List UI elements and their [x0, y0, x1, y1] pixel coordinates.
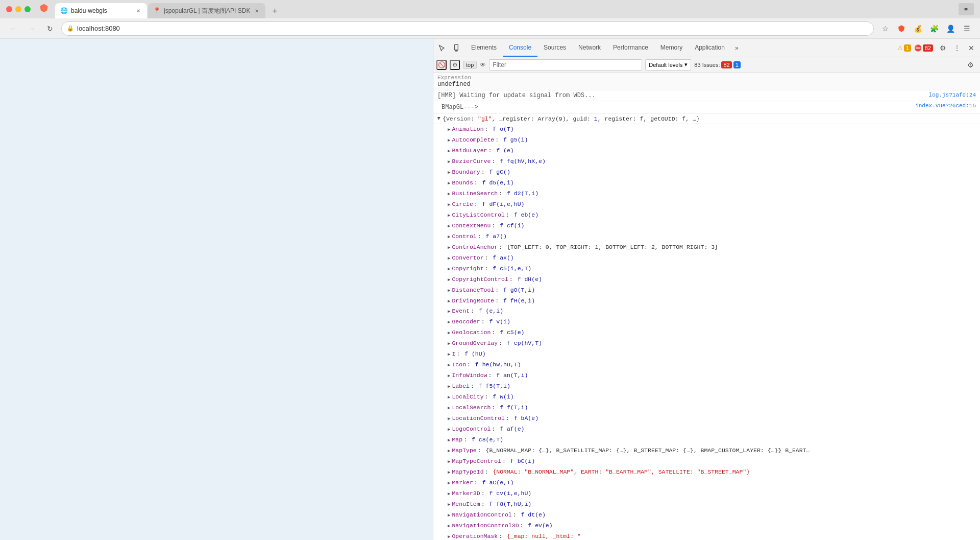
bookmark-button[interactable]: ☆ — [878, 21, 892, 36]
devtools-settings-button[interactable]: ⚙ — [936, 41, 949, 55]
prop-arrow-citylistcontrol[interactable]: ▶ — [448, 212, 450, 220]
tab-jspopulargl[interactable]: 📍 jspopularGL | 百度地图API SDK ✕ — [148, 3, 265, 18]
account-button[interactable]: 👤 — [943, 21, 958, 36]
tab-baidu-webgis[interactable]: 🌐 baidu-webgis ✕ — [55, 3, 147, 18]
prop-arrow-drivingroute[interactable]: ▶ — [448, 298, 450, 306]
bmapgl-source[interactable]: index.vue?26ced:15 — [915, 103, 976, 109]
nav-bar: ← → ↻ 🔒 localhost:8080 ☆ 💰 🧩 👤 ☰ — [0, 18, 980, 39]
maximize-button[interactable] — [24, 6, 31, 12]
prop-arrow-localcity[interactable]: ▶ — [448, 394, 450, 402]
prop-arrow-beziercurve[interactable]: ▶ — [448, 158, 450, 166]
devtools-more-button[interactable]: ⋮ — [950, 41, 964, 55]
prop-arrow-locationcontrol[interactable]: ▶ — [448, 415, 450, 423]
prop-value-i: f (hU) — [461, 349, 485, 359]
prop-arrow-localsearch[interactable]: ▶ — [448, 405, 450, 412]
extensions-nav-button[interactable]: 🧩 — [927, 21, 941, 36]
prop-arrow-label[interactable]: ▶ — [448, 383, 450, 391]
tab-memory[interactable]: Memory — [654, 39, 689, 57]
prop-arrow-boundary[interactable]: ▶ — [448, 169, 450, 177]
prop-arrow-buslinesearch[interactable]: ▶ — [448, 191, 450, 198]
prop-arrow-infowindow[interactable]: ▶ — [448, 372, 450, 380]
prop-arrow-baidulayer[interactable]: ▶ — [448, 148, 450, 155]
prop-arrow-distancetool[interactable]: ▶ — [448, 287, 450, 295]
prop-line-map: ▶ Map : f c8(e,T) — [433, 435, 980, 445]
tab-elements[interactable]: Elements — [465, 39, 503, 57]
tab-sources[interactable]: Sources — [537, 39, 572, 57]
select-element-button[interactable] — [435, 41, 449, 55]
prop-arrow-autocomplete[interactable]: ▶ — [448, 137, 450, 145]
tab2-close-button[interactable]: ✕ — [253, 7, 260, 14]
prop-name-localsearch: LocalSearch — [452, 403, 491, 413]
back-button[interactable]: ← — [6, 21, 20, 36]
prop-arrow-groundoverlay[interactable]: ▶ — [448, 340, 450, 348]
device-toolbar-button[interactable] — [450, 41, 463, 55]
prop-arrow-geocoder[interactable]: ▶ — [448, 319, 450, 326]
brave-rewards-button[interactable] — [894, 21, 909, 36]
prop-arrow-operationmask[interactable]: ▶ — [448, 533, 450, 540]
prop-line-distancetool: ▶ DistanceTool : f gO(T,i) — [433, 285, 980, 296]
wallet-button[interactable]: 💰 — [911, 21, 925, 36]
clear-console-button[interactable]: 🚫 — [436, 60, 447, 70]
prop-name-circle: Circle — [452, 200, 473, 209]
prop-arrow-maptype[interactable]: ▶ — [448, 448, 450, 455]
prop-arrow-bounds[interactable]: ▶ — [448, 180, 450, 187]
prop-arrow-geolocation[interactable]: ▶ — [448, 330, 450, 337]
prop-arrow-circle[interactable]: ▶ — [448, 201, 450, 209]
close-button[interactable] — [6, 6, 12, 12]
prop-line-marker: ▶ Marker : f aC(e,T) — [433, 478, 980, 488]
menu-button[interactable]: ☰ — [960, 21, 974, 36]
prop-arrow-logocontrol[interactable]: ▶ — [448, 426, 450, 434]
tab2-title: jspopularGL | 百度地图API SDK — [164, 7, 250, 15]
prop-arrow-navigationcontrol3d[interactable]: ▶ — [448, 523, 450, 530]
prop-arrow-contextmenu[interactable]: ▶ — [448, 223, 450, 230]
prop-arrow-maptypeid[interactable]: ▶ — [448, 469, 450, 477]
prop-arrow-marker[interactable]: ▶ — [448, 480, 450, 487]
tab1-close-button[interactable]: ✕ — [135, 7, 142, 14]
prop-value-infowindow: f an(T,i) — [493, 371, 528, 381]
prop-arrow-copyrightcontrol[interactable]: ▶ — [448, 276, 450, 284]
prop-arrow-controlanchor[interactable]: ▶ — [448, 244, 450, 252]
object-root-row: ▶ {Version: "gl", _register: Array(9), g… — [433, 114, 980, 124]
prop-arrow-control[interactable]: ▶ — [448, 233, 450, 241]
default-levels-button[interactable]: Default levels ▾ — [645, 59, 691, 71]
prop-arrow-menuitem[interactable]: ▶ — [448, 501, 450, 509]
expand-root-button[interactable]: ▶ — [436, 117, 442, 120]
console-settings-button[interactable]: ⚙ — [450, 60, 460, 70]
tab-application[interactable]: Application — [689, 39, 731, 57]
prop-arrow-event[interactable]: ▶ — [448, 308, 450, 316]
reload-button[interactable]: ↻ — [43, 21, 57, 36]
prop-arrow-animation[interactable]: ▶ — [448, 126, 450, 134]
tab-performance[interactable]: Performance — [607, 39, 654, 57]
prop-name-control: Control — [452, 232, 476, 242]
prop-line-event: ▶ Event : f (e,i) — [433, 306, 980, 317]
prop-value-drivingroute: f fH(e,i) — [500, 296, 535, 306]
prop-value-event: f (e,i) — [475, 307, 503, 316]
context-selector[interactable]: top — [463, 61, 477, 69]
prop-name-groundoverlay: GroundOverlay — [452, 339, 498, 348]
console-right-settings-button[interactable]: ⚙ — [964, 58, 977, 72]
prop-arrow-navigationcontrol[interactable]: ▶ — [448, 512, 450, 520]
tab-console[interactable]: Console — [503, 39, 537, 57]
prop-arrow-icon[interactable]: ▶ — [448, 362, 450, 369]
prop-arrow-copyright[interactable]: ▶ — [448, 266, 450, 273]
more-tabs-button[interactable]: » — [731, 44, 743, 52]
prop-value-contextmenu: f cf(i) — [496, 221, 524, 231]
prop-arrow-map[interactable]: ▶ — [448, 437, 450, 444]
extensions-button[interactable] — [959, 3, 974, 15]
prop-value-boundary: f gC() — [486, 168, 510, 177]
filter-input[interactable] — [489, 59, 642, 71]
devtools-close-button[interactable]: ✕ — [965, 41, 978, 55]
prop-arrow-convertor[interactable]: ▶ — [448, 255, 450, 263]
prop-line-geolocation: ▶ Geolocation : f c5(e) — [433, 327, 980, 338]
hmr-log-source[interactable]: log.js?1afd:24 — [929, 92, 976, 98]
eye-button[interactable]: 👁 — [480, 61, 486, 68]
tab-network[interactable]: Network — [572, 39, 607, 57]
new-tab-button[interactable]: + — [267, 4, 282, 18]
prop-arrow-i[interactable]: ▶ — [448, 351, 450, 359]
prop-arrow-marker3d[interactable]: ▶ — [448, 490, 450, 498]
forward-button[interactable]: → — [24, 21, 39, 36]
minimize-button[interactable] — [15, 6, 21, 12]
prop-arrow-maptypecontrol[interactable]: ▶ — [448, 458, 450, 466]
address-bar[interactable]: 🔒 localhost:8080 — [61, 21, 874, 36]
console-content[interactable]: Expression undefined [HMR] Waiting for u… — [433, 73, 980, 540]
